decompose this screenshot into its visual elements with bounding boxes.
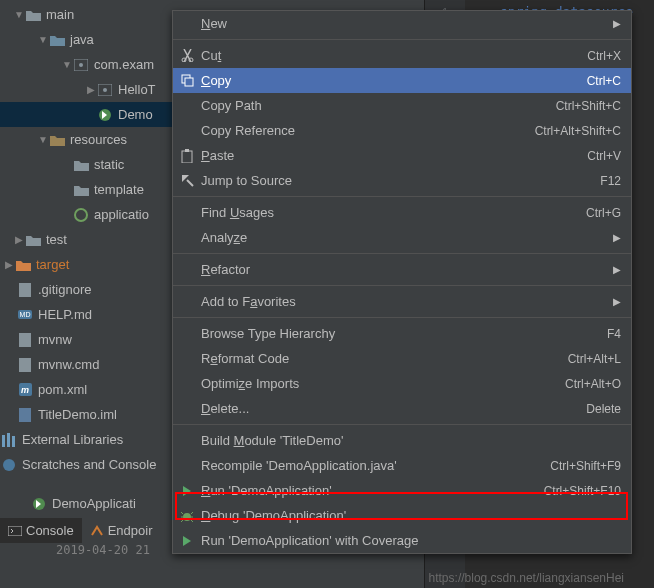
menu-copy-reference[interactable]: Copy Reference Ctrl+Alt+Shift+C bbox=[173, 118, 631, 143]
menu-browse-hierarchy[interactable]: Browse Type Hierarchy F4 bbox=[173, 321, 631, 346]
menu-shortcut: F12 bbox=[600, 174, 621, 188]
context-menu: New ▶ Cut Ctrl+X Copy Ctrl+C Copy Path C… bbox=[172, 10, 632, 554]
menu-run[interactable]: Run 'DemoApplication' Ctrl+Shift+F10 bbox=[173, 478, 631, 503]
properties-icon bbox=[72, 207, 90, 223]
menu-copy-path[interactable]: Copy Path Ctrl+Shift+C bbox=[173, 93, 631, 118]
folder-icon bbox=[24, 7, 42, 23]
endpoints-icon bbox=[90, 525, 104, 537]
menu-optimize-imports[interactable]: Optimize Imports Ctrl+Alt+O bbox=[173, 371, 631, 396]
svg-rect-13 bbox=[8, 526, 22, 536]
menu-refactor[interactable]: Refactor ▶ bbox=[173, 257, 631, 282]
menu-run-coverage[interactable]: Run 'DemoApplication' with Coverage bbox=[173, 528, 631, 553]
menu-label: Refactor bbox=[201, 262, 250, 277]
tab-label: Console bbox=[26, 523, 74, 538]
svg-rect-18 bbox=[182, 151, 192, 163]
menu-build-module[interactable]: Build Module 'TitleDemo' bbox=[173, 428, 631, 453]
menu-paste[interactable]: Paste Ctrl+V bbox=[173, 143, 631, 168]
folder-icon bbox=[24, 232, 42, 248]
markdown-icon: MD bbox=[16, 307, 34, 323]
runnable-class-icon bbox=[96, 107, 114, 123]
submenu-arrow-icon: ▶ bbox=[613, 296, 621, 307]
menu-reformat-code[interactable]: Reformat Code Ctrl+Alt+L bbox=[173, 346, 631, 371]
run-icon bbox=[179, 483, 195, 499]
tree-label: resources bbox=[70, 132, 127, 147]
tree-label: DemoApplicati bbox=[52, 496, 136, 511]
menu-delete[interactable]: Delete... Delete bbox=[173, 396, 631, 421]
menu-separator bbox=[173, 317, 631, 318]
cut-icon bbox=[179, 48, 195, 64]
submenu-arrow-icon: ▶ bbox=[613, 264, 621, 275]
menu-find-usages[interactable]: Find Usages Ctrl+G bbox=[173, 200, 631, 225]
tree-label: mvnw bbox=[38, 332, 72, 347]
package-icon bbox=[96, 82, 114, 98]
debug-icon bbox=[179, 508, 195, 524]
menu-label: Analyze bbox=[201, 230, 247, 245]
menu-label: Jump to Source bbox=[201, 173, 292, 188]
tree-label: applicatio bbox=[94, 207, 149, 222]
console-icon bbox=[8, 526, 22, 536]
maven-icon: m bbox=[16, 382, 34, 398]
menu-label: New bbox=[201, 16, 227, 31]
menu-debug[interactable]: Debug 'DemoApplication' bbox=[173, 503, 631, 528]
menu-separator bbox=[173, 424, 631, 425]
menu-cut[interactable]: Cut Ctrl+X bbox=[173, 43, 631, 68]
package-icon bbox=[72, 57, 90, 73]
menu-recompile[interactable]: Recompile 'DemoApplication.java' Ctrl+Sh… bbox=[173, 453, 631, 478]
menu-label: Run 'DemoApplication' with Coverage bbox=[201, 533, 418, 548]
tree-label: pom.xml bbox=[38, 382, 87, 397]
scratches-icon bbox=[0, 457, 18, 473]
svg-rect-6 bbox=[19, 333, 31, 347]
source-folder-icon bbox=[48, 32, 66, 48]
menu-separator bbox=[173, 196, 631, 197]
svg-rect-7 bbox=[19, 358, 31, 372]
svg-rect-19 bbox=[185, 149, 189, 152]
menu-add-favorites[interactable]: Add to Favorites ▶ bbox=[173, 289, 631, 314]
folder-icon bbox=[72, 182, 90, 198]
runnable-class-icon bbox=[30, 496, 48, 512]
tree-label: java bbox=[70, 32, 94, 47]
menu-label: Reformat Code bbox=[201, 351, 289, 366]
endpoints-tab[interactable]: Endpoir bbox=[82, 518, 161, 543]
submenu-arrow-icon: ▶ bbox=[613, 18, 621, 29]
menu-shortcut: Ctrl+C bbox=[587, 74, 621, 88]
target-folder-icon bbox=[14, 257, 32, 273]
svg-point-3 bbox=[103, 88, 107, 92]
menu-shortcut: Ctrl+Shift+C bbox=[556, 99, 621, 113]
watermark-text: https://blog.csdn.net/liangxiansenHei bbox=[429, 571, 624, 585]
menu-label: Paste bbox=[201, 148, 234, 163]
tree-label: TitleDemo.iml bbox=[38, 407, 117, 422]
svg-rect-8 bbox=[19, 408, 31, 422]
menu-shortcut: Ctrl+X bbox=[587, 49, 621, 63]
tree-label: HELP.md bbox=[38, 307, 92, 322]
menu-label: Copy bbox=[201, 73, 231, 88]
menu-label: Browse Type Hierarchy bbox=[201, 326, 335, 341]
file-icon bbox=[16, 357, 34, 373]
menu-copy[interactable]: Copy Ctrl+C bbox=[173, 68, 631, 93]
menu-shortcut: Ctrl+Shift+F10 bbox=[544, 484, 621, 498]
menu-jump-to-source[interactable]: Jump to Source F12 bbox=[173, 168, 631, 193]
menu-label: Run 'DemoApplication' bbox=[201, 483, 332, 498]
menu-shortcut: Ctrl+V bbox=[587, 149, 621, 163]
menu-analyze[interactable]: Analyze ▶ bbox=[173, 225, 631, 250]
tree-label: com.exam bbox=[94, 57, 154, 72]
copy-icon bbox=[179, 73, 195, 89]
console-tab[interactable]: Console bbox=[0, 518, 82, 543]
svg-rect-5 bbox=[19, 283, 31, 297]
menu-new[interactable]: New ▶ bbox=[173, 11, 631, 36]
menu-separator bbox=[173, 39, 631, 40]
menu-label: Add to Favorites bbox=[201, 294, 296, 309]
svg-point-12 bbox=[3, 459, 15, 471]
menu-shortcut: Ctrl+Alt+L bbox=[568, 352, 621, 366]
svg-rect-11 bbox=[12, 436, 15, 447]
menu-label: Optimize Imports bbox=[201, 376, 299, 391]
paste-icon bbox=[179, 148, 195, 164]
menu-shortcut: Ctrl+Alt+Shift+C bbox=[535, 124, 621, 138]
svg-rect-17 bbox=[185, 78, 193, 86]
tree-label: .gitignore bbox=[38, 282, 91, 297]
file-icon bbox=[16, 282, 34, 298]
tree-label: mvnw.cmd bbox=[38, 357, 99, 372]
submenu-arrow-icon: ▶ bbox=[613, 232, 621, 243]
file-icon bbox=[16, 332, 34, 348]
resources-folder-icon bbox=[48, 132, 66, 148]
menu-shortcut: Ctrl+G bbox=[586, 206, 621, 220]
